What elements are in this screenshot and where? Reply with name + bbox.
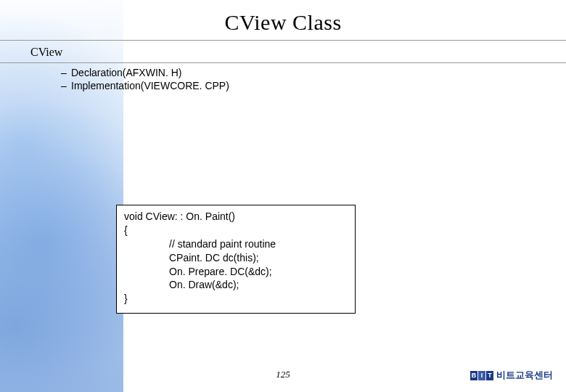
code-line: // standard paint routine [124, 237, 348, 251]
brand-logo-icon: B I T [470, 371, 493, 380]
background-decoration [0, 0, 123, 392]
bullet-text: Declaration(AFXWIN. H) [71, 67, 181, 78]
bullet-dash-icon: – [61, 67, 71, 78]
bullet-text: Implementation(VIEWCORE. CPP) [71, 80, 229, 91]
code-line: On. Draw(&dc); [124, 278, 348, 292]
bullet-dash-icon: – [61, 80, 71, 91]
bullet-item: –Declaration(AFXWIN. H) [61, 67, 229, 78]
slide-title: CView Class [0, 10, 566, 35]
code-block: void CView: : On. Paint() { // standard … [116, 205, 356, 314]
code-line: On. Prepare. DC(&dc); [124, 265, 348, 279]
brand-text: 비트교육센터 [496, 369, 553, 382]
bullet-item: –Implementation(VIEWCORE. CPP) [61, 80, 229, 91]
footer-brand: B I T 비트교육센터 [470, 369, 553, 382]
logo-letter: I [478, 371, 485, 380]
section-subtitle: CView [30, 46, 62, 59]
code-line: { [124, 224, 128, 236]
logo-letter: T [486, 371, 493, 380]
code-line: } [124, 293, 128, 304]
bullet-list: –Declaration(AFXWIN. H) –Implementation(… [61, 67, 229, 93]
code-line: void CView: : On. Paint() [124, 211, 235, 222]
code-line: CPaint. DC dc(this); [124, 251, 348, 265]
horizontal-rule-mid [0, 62, 566, 63]
logo-letter: B [470, 371, 477, 380]
horizontal-rule-top [0, 40, 566, 41]
